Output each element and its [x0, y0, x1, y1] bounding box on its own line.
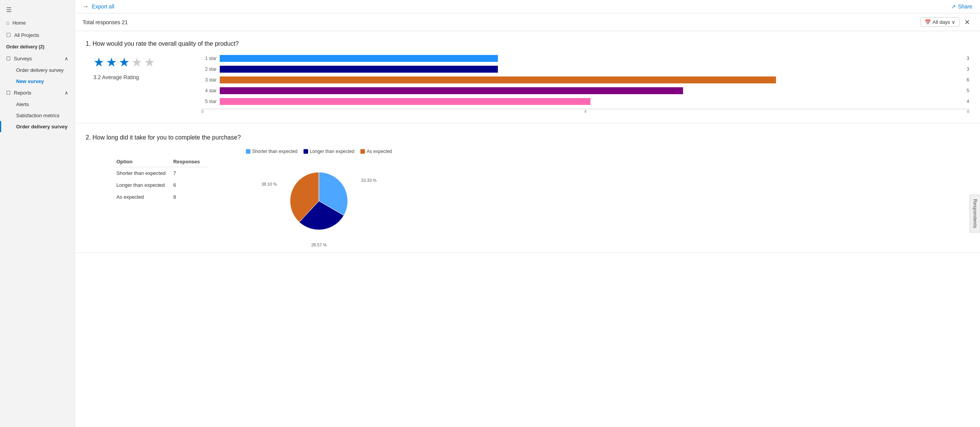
bar-label: 5 star [201, 99, 217, 104]
filter-bar: 📅 All days ∨ ✕ [920, 17, 972, 27]
sidebar-item-order-delivery-report[interactable]: Order delivery survey [0, 121, 75, 132]
alerts-nav-label: Alerts [16, 101, 29, 107]
axis-label-4: 4 [584, 109, 586, 114]
sidebar: ☰ ⌂ Home ☐ All Projects Order delivery (… [0, 0, 75, 427]
bar-value: 3 [967, 66, 969, 72]
axis-label-8: 8 [967, 109, 969, 114]
sidebar-item-home[interactable]: ⌂ Home [0, 17, 75, 29]
sidebar-section-title: Order delivery (2) [0, 41, 75, 53]
all-days-filter[interactable]: 📅 All days ∨ [920, 17, 960, 27]
reports-group-label: Reports [14, 90, 32, 96]
total-responses-value: 21 [122, 19, 128, 25]
bar-value: 3 [967, 56, 969, 61]
table-cell-responses: 7 [173, 167, 207, 179]
home-label: Home [12, 20, 26, 26]
stars-section: ★ ★ ★ ★ ★ 3.2 Average Rating [86, 55, 155, 80]
bar-track [220, 55, 961, 62]
bar-row-3-star: 3 star6 [201, 76, 969, 83]
bar-fill [220, 55, 498, 62]
subtopbar: Total responses 21 📅 All days ∨ ✕ [75, 13, 980, 31]
table-row: Shorter than expected7 [116, 167, 207, 179]
total-responses: Total responses 21 [83, 19, 128, 25]
legend-shorter-label: Shorter than expected [252, 149, 297, 154]
collapse-button[interactable]: ✕ [962, 18, 972, 27]
respondents-tab[interactable]: Respondents [970, 194, 980, 232]
table-cell-responses: 6 [173, 179, 207, 191]
filter-chevron-icon: ∨ [952, 19, 955, 25]
star-1: ★ [93, 55, 104, 70]
sidebar-group-surveys[interactable]: ☐ Surveys ∧ [0, 53, 75, 65]
reports-icon: ☐ [6, 90, 11, 96]
axis-label-0: 0 [201, 109, 204, 114]
legend-longer: Longer than expected [303, 149, 354, 154]
star-2: ★ [106, 55, 117, 70]
filter-label: All days [932, 19, 950, 25]
legend-as-expected: As expected [360, 149, 392, 154]
table-cell-responses: 8 [173, 191, 207, 203]
star-3: ★ [119, 55, 130, 70]
bar-track [220, 76, 961, 83]
legend-shorter: Shorter than expected [246, 149, 297, 154]
legend-longer-label: Longer than expected [310, 149, 354, 154]
table-cell-option: Longer than expected [116, 179, 173, 191]
pie-chart-wrapper: 33.33 % 28.57 % 38.10 % [273, 159, 365, 243]
sidebar-item-order-delivery-survey[interactable]: Order delivery survey [0, 65, 75, 76]
bar-label: 2 star [201, 66, 217, 72]
bar-track [220, 66, 961, 73]
export-label[interactable]: Export all [92, 3, 114, 10]
q1-chart-area: ★ ★ ★ ★ ★ 3.2 Average Rating 1 star32 st… [86, 55, 969, 114]
bar-row-2-star: 2 star3 [201, 66, 969, 73]
topbar: → Export all ↗ Share [75, 0, 980, 13]
q2-table: Option Responses Shorter than expected7L… [86, 149, 207, 203]
legend-as-expected-dot [360, 149, 365, 154]
bar-label: 1 star [201, 56, 217, 61]
bar-label: 4 star [201, 88, 217, 93]
bar-fill [220, 98, 590, 105]
share-icon: ↗ [951, 3, 956, 10]
export-icon: → [83, 3, 89, 10]
q2-content: Option Responses Shorter than expected7L… [86, 149, 969, 243]
bar-fill [220, 66, 498, 73]
bar-track [220, 87, 961, 94]
calendar-icon: 📅 [925, 19, 931, 25]
pie-legend: Shorter than expected Longer than expect… [246, 149, 392, 154]
table-row: Longer than expected6 [116, 179, 207, 191]
bar-value: 4 [967, 99, 969, 104]
bar-value: 5 [967, 88, 969, 93]
respondents-tab-label: Respondents [972, 199, 978, 228]
share-label: Share [958, 3, 972, 10]
pie-label-as-expected: 38.10 % [261, 182, 277, 186]
all-projects-label: All Projects [14, 32, 39, 38]
bar-chart-section: 1 star32 star33 star64 star55 star4 0 4 … [171, 55, 969, 114]
sidebar-item-alerts[interactable]: Alerts [0, 99, 75, 110]
projects-icon: ☐ [6, 32, 11, 38]
question-1-title: 1. How would you rate the overall qualit… [86, 40, 969, 47]
menu-icon[interactable]: ☰ [0, 3, 75, 17]
order-delivery-report-nav-label: Order delivery survey [16, 124, 68, 130]
sidebar-item-new-survey[interactable]: New survey [0, 76, 75, 87]
table-row: As expected8 [116, 191, 207, 203]
star-4: ★ [131, 55, 143, 70]
question-2-block: 2. How long did it take for you to compl… [75, 125, 980, 253]
new-survey-nav-label: New survey [16, 78, 44, 84]
bar-fill [220, 87, 683, 94]
sidebar-item-satisfaction-metrics[interactable]: Satisfaction metrics [0, 110, 75, 121]
sidebar-group-reports[interactable]: ☐ Reports ∧ [0, 87, 75, 99]
bar-label: 3 star [201, 77, 217, 83]
satisfaction-metrics-nav-label: Satisfaction metrics [16, 113, 60, 118]
q2-table-body: Shorter than expected7Longer than expect… [116, 167, 207, 203]
pie-label-shorter: 33.33 % [361, 178, 376, 183]
bar-row-5-star: 5 star4 [201, 98, 969, 105]
sidebar-item-all-projects[interactable]: ☐ All Projects [0, 29, 75, 41]
pie-section: Shorter than expected Longer than expect… [223, 149, 392, 243]
order-delivery-survey-nav-label: Order delivery survey [16, 67, 64, 73]
table-cell-option: Shorter than expected [116, 167, 173, 179]
bar-row-4-star: 4 star5 [201, 87, 969, 94]
topbar-right[interactable]: ↗ Share [951, 3, 972, 10]
legend-as-expected-label: As expected [366, 149, 392, 154]
home-icon: ⌂ [6, 20, 9, 26]
pie-label-longer: 28.57 % [311, 243, 327, 247]
topbar-left: → Export all [83, 3, 114, 10]
bar-row-1-star: 1 star3 [201, 55, 969, 62]
bar-track [220, 98, 961, 105]
